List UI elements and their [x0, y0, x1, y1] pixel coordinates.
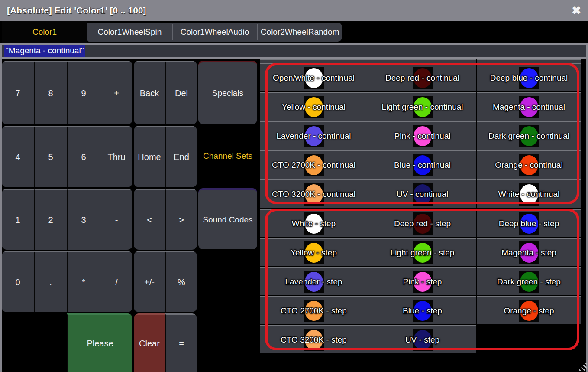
keypad-block: Please — [2, 313, 132, 372]
channel-set-blue-continual[interactable]: Blue - continual — [368, 150, 476, 179]
channel-set-cto3200k-step[interactable]: CTO 3200K - step — [260, 325, 368, 353]
channel-set-white-step[interactable]: White - step — [260, 209, 368, 237]
tab-color1wheelspin[interactable]: Color1WheelSpin — [87, 27, 172, 37]
keypad-block: < > — [134, 189, 197, 250]
channel-set-light-green-step[interactable]: Light green - step — [368, 238, 476, 266]
inactive-tabs-container: Color1WheelSpin Color1WheelAudio Color2W… — [87, 23, 342, 42]
key-6[interactable]: 6 — [67, 126, 100, 187]
keypad-block: 1 2 3 - — [2, 189, 132, 250]
channel-sets-grid: Open/white - continual Deep red - contin… — [260, 59, 581, 372]
key-dot[interactable]: . — [34, 251, 67, 312]
window-border-right — [586, 21, 588, 372]
edit-color1-dialog: [Absolute] Edit 'Color1' [0 .. 100] ✖ Co… — [0, 0, 588, 372]
dialog-title: [Absolute] Edit 'Color1' [0 .. 100] — [7, 5, 146, 16]
equals-button[interactable]: = — [165, 313, 197, 372]
channel-set-yellow-continual[interactable]: Yellow - continual — [260, 92, 368, 121]
channel-set-deep-red-continual[interactable]: Deep red - continual — [368, 63, 476, 91]
keypad-block: 0 . * / — [2, 251, 132, 312]
channel-set-pink-continual[interactable]: Pink - continual — [368, 121, 476, 150]
please-button[interactable]: Please — [67, 313, 132, 372]
key-end[interactable]: End — [165, 126, 197, 187]
key-del[interactable]: Del — [165, 61, 197, 124]
keypad-block: +/- % — [134, 251, 197, 312]
value-input-row: "Magenta - continual" — [0, 43, 588, 59]
key-9[interactable]: 9 — [67, 61, 100, 124]
key-home[interactable]: Home — [134, 126, 165, 187]
tab-bar: Color1 Color1WheelSpin Color1WheelAudio … — [0, 21, 588, 43]
partial-row — [477, 59, 581, 63]
keypad-block: 7 8 9 + — [2, 61, 132, 124]
category-channel-sets[interactable]: Channel Sets — [198, 125, 257, 187]
tab-color1[interactable]: Color1 — [2, 21, 87, 43]
tab-color1wheelaudio[interactable]: Color1WheelAudio — [173, 27, 257, 37]
key-next[interactable]: > — [165, 189, 197, 250]
key-plus[interactable]: + — [100, 61, 132, 124]
close-icon[interactable]: ✖ — [572, 5, 581, 16]
key-4[interactable]: 4 — [2, 126, 34, 187]
key-star[interactable]: * — [67, 251, 100, 312]
channel-set-cto2700k-continual[interactable]: CTO 2700K - continual — [260, 150, 368, 179]
channel-set-white-continual[interactable]: White - continual — [477, 179, 581, 208]
key-percent[interactable]: % — [165, 251, 197, 312]
channel-set-cto2700k-step[interactable]: CTO 2700K - step — [260, 296, 368, 324]
keypad-block: Back Del — [134, 61, 197, 124]
key-plusminus[interactable]: +/- — [134, 251, 165, 312]
channel-set-yellow-step[interactable]: Yellow - step — [260, 238, 368, 266]
channel-set-uv-step[interactable]: UV - step — [368, 325, 476, 353]
channel-set-deep-red-step[interactable]: Deep red - step — [368, 209, 476, 237]
channel-set-light-green-continual[interactable]: Light green - continual — [368, 92, 476, 121]
channel-set-lavender-continual[interactable]: Lavender - continual — [260, 121, 368, 150]
keypad-block: Clear = — [134, 313, 197, 372]
title-bar: [Absolute] Edit 'Color1' [0 .. 100] ✖ — [0, 0, 588, 21]
channel-set-cto3200k-continual[interactable]: CTO 3200K - continual — [260, 179, 368, 208]
key-back[interactable]: Back — [134, 61, 165, 124]
tab-color2wheelrandom[interactable]: Color2WheelRandom — [258, 27, 342, 37]
key-5[interactable]: 5 — [34, 126, 67, 187]
channel-set-uv-continual[interactable]: UV - continual — [368, 179, 476, 208]
channel-set-deep-blue-step[interactable]: Deep blue - step — [477, 209, 581, 237]
channel-set-magenta-step[interactable]: Magenta - step — [477, 238, 581, 266]
value-input[interactable]: "Magenta - continual" — [2, 45, 586, 57]
keypad-empty-space — [2, 313, 67, 372]
channel-set-deep-blue-continual[interactable]: Deep blue - continual — [477, 63, 581, 91]
key-slash[interactable]: / — [100, 251, 132, 312]
selected-text: "Magenta - continual" — [4, 45, 85, 57]
key-1[interactable]: 1 — [2, 189, 34, 250]
keypad-block: Home End — [134, 126, 197, 187]
key-minus[interactable]: - — [100, 189, 132, 250]
channel-set-pink-step[interactable]: Pink - step — [368, 267, 476, 295]
key-0[interactable]: 0 — [2, 251, 34, 312]
key-2[interactable]: 2 — [34, 189, 67, 250]
partial-row — [368, 59, 476, 63]
key-3[interactable]: 3 — [67, 189, 100, 250]
keypad-block: 4 5 6 Thru — [2, 126, 132, 187]
channel-set-open-white-continual[interactable]: Open/white - continual — [260, 63, 368, 91]
clear-button[interactable]: Clear — [134, 313, 165, 372]
key-thru[interactable]: Thru — [100, 126, 132, 187]
channel-set-orange-continual[interactable]: Orange - continual — [477, 150, 581, 179]
key-7[interactable]: 7 — [2, 61, 34, 124]
channel-set-lavender-step[interactable]: Lavender - step — [260, 267, 368, 295]
key-8[interactable]: 8 — [34, 61, 67, 124]
key-prev[interactable]: < — [134, 189, 165, 250]
channel-set-blue-step[interactable]: Blue - step — [368, 296, 476, 324]
category-specials[interactable]: Specials — [198, 61, 257, 124]
channel-set-dark-green-continual[interactable]: Dark green - continual — [477, 121, 581, 150]
category-sound-codes[interactable]: Sound Codes — [198, 188, 257, 249]
channel-set-orange-step[interactable]: Orange - step — [477, 296, 581, 324]
partial-row — [260, 59, 368, 63]
channel-set-magenta-continual[interactable]: Magenta - continual — [477, 92, 581, 121]
channel-set-dark-green-step[interactable]: Dark green - step — [477, 267, 581, 295]
